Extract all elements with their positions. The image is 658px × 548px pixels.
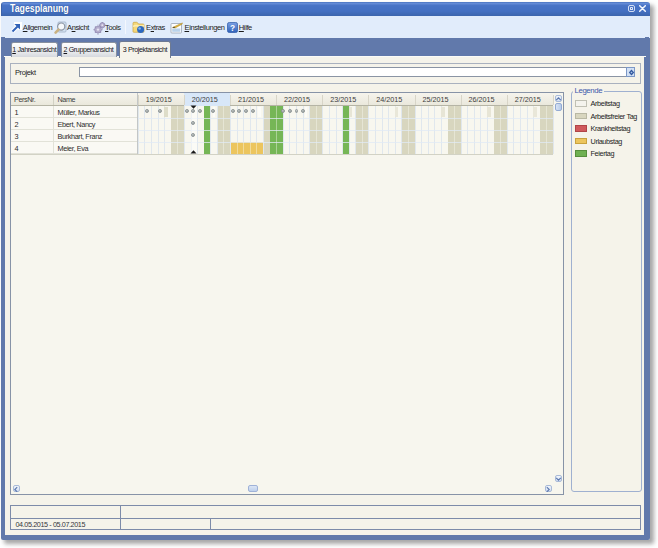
svg-text:?: ? (230, 23, 235, 32)
